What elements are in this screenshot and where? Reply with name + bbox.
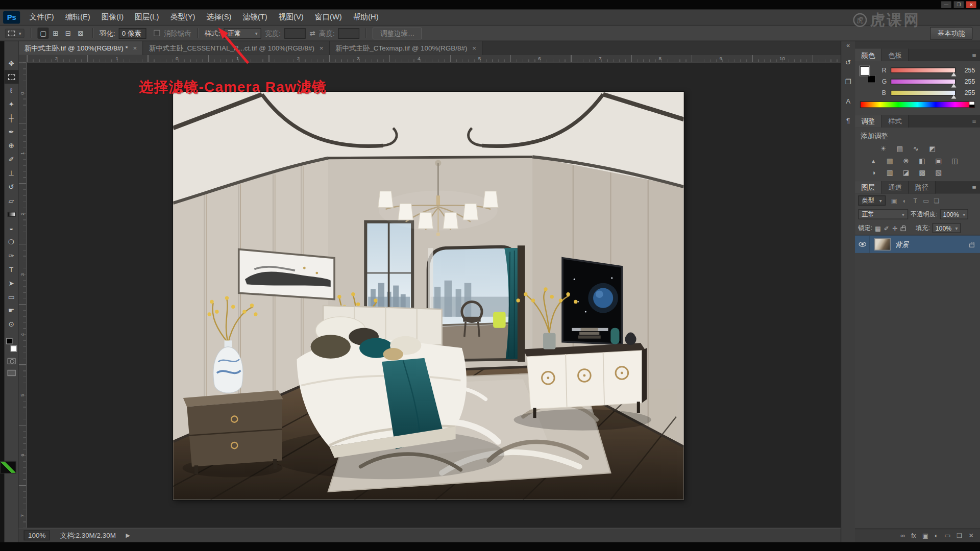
spot-healing-brush-tool[interactable]: ⊕ [4, 139, 18, 153]
panel-menu-icon[interactable]: ≡ [972, 51, 980, 59]
rectangular-marquee-tool[interactable] [4, 70, 18, 84]
menu-edit[interactable]: 编辑(E) [60, 9, 96, 25]
panel-menu-icon[interactable]: ≡ [972, 117, 980, 125]
zoom-tool[interactable]: ⊙ [4, 317, 18, 331]
lock-position-icon[interactable]: ✛ [892, 224, 897, 231]
document-tab-1[interactable]: 新中式主卧.tif @ 100%(RGB/8#) * × [19, 41, 143, 55]
workspace-switcher-button[interactable]: 基本功能 [930, 27, 972, 40]
screen-mode-button[interactable] [7, 370, 15, 376]
background-color-mini[interactable] [868, 75, 876, 83]
green-slider[interactable] [891, 79, 955, 84]
tab-swatches[interactable]: 色板 [882, 49, 909, 61]
menu-filter[interactable]: 滤镜(T) [237, 9, 273, 25]
color-balance-icon[interactable]: ⊜ [900, 156, 912, 166]
crop-tool[interactable]: ┼ [4, 111, 18, 125]
tab-layers[interactable]: 图层 [855, 181, 882, 193]
selective-color-icon[interactable]: ▧ [933, 167, 944, 178]
slider-thumb[interactable] [951, 95, 957, 98]
color-swatches-widget[interactable] [860, 66, 876, 85]
tab-channels[interactable]: 通道 [882, 181, 909, 193]
status-options-arrow-icon[interactable]: ▶ [126, 532, 130, 538]
style-select[interactable]: 正常 ▾ [224, 28, 261, 38]
quick-selection-tool[interactable]: ✦ [4, 97, 18, 111]
refine-edge-button[interactable]: 调整边缘… [373, 27, 422, 39]
zoom-level-field[interactable]: 100% [24, 531, 51, 541]
channel-mixer-icon[interactable]: ◫ [949, 156, 961, 166]
type-tool[interactable]: T [4, 262, 18, 276]
feather-input[interactable]: 0 像素 [119, 28, 146, 38]
blur-tool[interactable]: ◒ [4, 221, 18, 235]
history-panel-icon[interactable]: ↺ [841, 56, 855, 69]
photo-filter-icon[interactable]: ▣ [933, 156, 944, 166]
history-brush-tool[interactable]: ↺ [4, 180, 18, 194]
subtract-selection-icon[interactable]: ⊟ [62, 28, 74, 39]
pen-tool[interactable]: ✑ [4, 248, 18, 262]
restore-button[interactable]: ❐ [954, 1, 964, 8]
posterize-icon[interactable]: ▥ [884, 167, 895, 178]
paragraph-panel-icon[interactable]: ¶ [841, 114, 855, 128]
minimize-button[interactable]: — [941, 1, 951, 8]
character-panel-icon[interactable]: A [841, 94, 855, 108]
green-value[interactable]: 255 [959, 78, 975, 85]
filter-shape-layers-icon[interactable]: ▭ [921, 197, 930, 204]
lock-pixels-icon[interactable]: ✐ [884, 224, 889, 231]
close-icon[interactable]: × [133, 44, 137, 52]
panel-menu-icon[interactable]: ≡ [972, 184, 980, 191]
layer-styles-icon[interactable]: fx [911, 532, 916, 539]
menu-window[interactable]: 窗口(W) [309, 9, 348, 25]
properties-panel-icon[interactable]: ❐ [841, 75, 855, 89]
add-layer-mask-icon[interactable]: ▣ [922, 532, 928, 539]
filter-pixel-layers-icon[interactable]: ▣ [889, 197, 898, 204]
filter-smart-objects-icon[interactable]: ❏ [932, 197, 941, 204]
black-white-icon[interactable]: ◧ [916, 156, 928, 166]
new-layer-icon[interactable]: ❏ [957, 532, 962, 539]
menu-layer[interactable]: 图层(L) [129, 9, 164, 25]
eyedropper-tool[interactable]: ✒ [4, 125, 18, 139]
layer-name[interactable]: 背景 [895, 240, 909, 249]
link-layers-icon[interactable]: ∞ [900, 532, 905, 539]
brightness-contrast-icon[interactable]: ☀ [877, 144, 889, 154]
document-tab-2[interactable]: 新中式主卧_CESSENTIAL_R...ct.tif @ 100%(RGB/8… [143, 41, 330, 55]
color-spectrum-bar[interactable] [860, 101, 975, 108]
opacity-field[interactable]: 100% ▾ [940, 209, 968, 219]
layer-filter-select[interactable]: 类型 ▾ [858, 195, 886, 206]
layer-row-background[interactable]: 背景 [855, 236, 980, 253]
layer-thumbnail[interactable] [874, 238, 891, 251]
clone-stamp-tool[interactable]: ⊥ [4, 166, 18, 180]
hand-tool[interactable]: ☛ [4, 304, 18, 317]
red-value[interactable]: 255 [959, 67, 975, 73]
hue-saturation-icon[interactable]: ▦ [884, 156, 895, 166]
new-selection-icon[interactable]: ▢ [37, 28, 48, 39]
dodge-tool[interactable]: ❍ [4, 235, 18, 248]
swap-dimensions-icon[interactable]: ⇄ [309, 29, 315, 37]
foreground-color-mini[interactable] [860, 66, 869, 76]
document-canvas[interactable] [173, 92, 683, 500]
lock-transparency-icon[interactable]: ▦ [875, 224, 881, 231]
levels-icon[interactable]: ▤ [894, 144, 905, 154]
add-selection-icon[interactable]: ⊞ [50, 28, 61, 39]
fill-field[interactable]: 100% ▾ [933, 223, 961, 233]
curves-icon[interactable]: ∿ [910, 144, 922, 154]
menu-file[interactable]: 文件(F) [24, 9, 60, 25]
new-adjustment-layer-icon[interactable]: ◐ [935, 532, 938, 539]
menu-select[interactable]: 选择(S) [201, 9, 237, 25]
filter-adjustment-layers-icon[interactable]: ◐ [900, 197, 909, 204]
blend-mode-select[interactable]: 正常 ▾ [858, 209, 908, 219]
threshold-icon[interactable]: ◪ [900, 167, 912, 178]
tab-styles[interactable]: 样式 [882, 115, 909, 127]
close-button[interactable]: ✕ [966, 1, 976, 8]
width-input[interactable] [284, 28, 306, 38]
menu-image[interactable]: 图像(I) [96, 9, 129, 25]
quick-mask-button[interactable] [7, 358, 15, 364]
delete-layer-icon[interactable]: ✕ [968, 532, 973, 539]
background-color-swatch[interactable] [10, 345, 16, 352]
blue-value[interactable]: 255 [959, 89, 975, 96]
new-group-icon[interactable]: ▭ [944, 532, 950, 539]
expand-panels-icon[interactable]: « [846, 41, 850, 50]
tab-paths[interactable]: 路径 [909, 181, 936, 193]
eraser-tool[interactable]: ▱ [4, 194, 18, 208]
menu-type[interactable]: 类型(Y) [164, 9, 201, 25]
close-icon[interactable]: × [320, 44, 324, 52]
gradient-map-icon[interactable]: ▩ [916, 167, 928, 178]
blue-slider[interactable] [891, 90, 955, 95]
